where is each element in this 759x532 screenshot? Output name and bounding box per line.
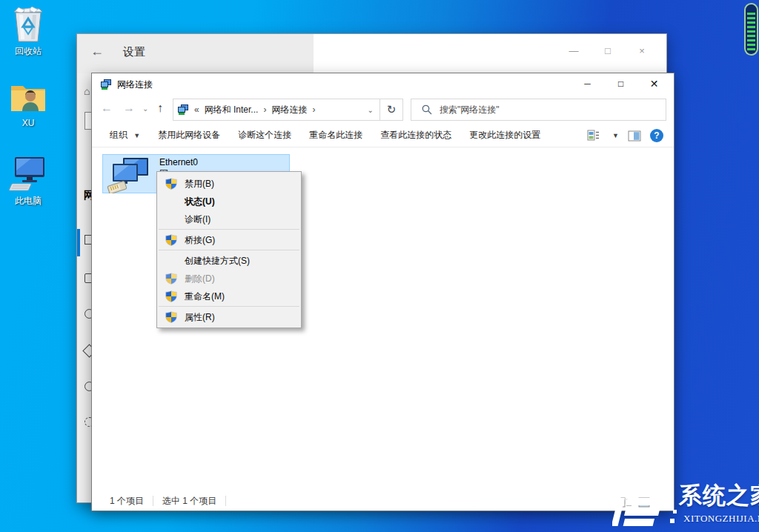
statusbar-divider [225, 496, 226, 506]
toolbar-rename-connection[interactable]: 重命名此连接 [309, 129, 362, 142]
context-menu: 禁用(B) 状态(U) 诊断(I) 桥接(G) 创建快捷方式(S) 删除(D) … [156, 171, 302, 328]
menu-item-rename[interactable]: 重命名(M) [157, 287, 301, 305]
address-location-icon [177, 104, 189, 116]
xitongzhijia-logo [612, 480, 680, 531]
view-mode-caret[interactable]: ▼ [612, 132, 619, 139]
selected-item-accent-bar [77, 229, 80, 256]
toolbar-disable-device[interactable]: 禁用此网络设备 [158, 129, 220, 142]
ethernet-adapter-icon [107, 156, 154, 193]
home-icon: ⌂ [84, 85, 90, 97]
settings-minimize-button[interactable]: — [557, 41, 591, 61]
help-icon[interactable]: ? [650, 129, 663, 142]
search-icon [422, 104, 432, 115]
desktop-icon-this-pc[interactable]: 此电脑 [0, 154, 56, 207]
menu-item-properties[interactable]: 属性(R) [157, 308, 301, 326]
breadcrumb-network-connections[interactable]: 网络连接 [271, 104, 307, 116]
this-pc-icon [9, 154, 47, 193]
breadcrumb-separator: › [312, 104, 315, 115]
desktop: 回收站 XU 此电脑 ← 设置 [0, 0, 759, 532]
desktop-icon-label: 回收站 [0, 45, 56, 58]
settings-close-button[interactable]: × [625, 41, 659, 61]
search-input[interactable] [440, 104, 666, 115]
menu-item-status[interactable]: 状态(U) [157, 193, 301, 210]
desktop-icon-recycle-bin[interactable]: 回收站 [0, 6, 56, 58]
connection-name: Ethernet0 [159, 157, 198, 168]
level-stripes [747, 13, 755, 51]
toolbar-view-status[interactable]: 查看此连接的状态 [380, 129, 451, 142]
desktop-icon-label: XU [0, 118, 56, 128]
menu-item-delete[interactable]: 删除(D) [157, 270, 301, 287]
settings-maximize-button[interactable]: □ [591, 41, 625, 61]
breadcrumb-overflow-chevrons[interactable]: « [194, 104, 199, 115]
volume-level-indicator [744, 3, 758, 56]
toolbar-change-settings[interactable]: 更改此连接的设置 [469, 129, 540, 142]
settings-title: 设置 [123, 45, 145, 59]
menu-separator [159, 250, 299, 250]
uac-shield-icon [165, 234, 177, 246]
menu-item-create-shortcut[interactable]: 创建快捷方式(S) [157, 252, 301, 270]
desktop-icon-label: 此电脑 [0, 195, 56, 207]
explorer-toolbar: 组织 ▼ 禁用此网络设备 诊断这个连接 重命名此连接 查看此连接的状态 更改此连… [92, 124, 674, 147]
uac-shield-icon [165, 311, 177, 323]
preview-pane-icon[interactable] [628, 130, 641, 142]
explorer-navigation-bar: ← → ⌄ ↑ « 网络和 Inter... › 网络连接 › ⌄ ↻ [92, 96, 674, 124]
statusbar-divider [153, 496, 153, 506]
menu-item-bridge[interactable]: 桥接(G) [157, 231, 301, 249]
menu-separator [159, 229, 299, 230]
menu-item-disable[interactable]: 禁用(B) [157, 175, 301, 193]
settings-header [77, 34, 314, 73]
watermark: 系统之家 XITONGZHIJIA.NET [611, 477, 759, 532]
search-box[interactable] [411, 99, 666, 121]
nav-history-dropdown[interactable]: ⌄ [142, 104, 148, 113]
settings-sidebar-sliver: ⌂ 网 [77, 73, 92, 502]
toolbar-diagnose-connection[interactable]: 诊断这个连接 [238, 129, 291, 142]
watermark-site: XITONGZHIJIA.NET [683, 513, 759, 525]
uac-shield-icon [165, 273, 177, 285]
watermark-brand: 系统之家 [679, 480, 759, 511]
uac-shield-icon [165, 290, 177, 302]
nav-back-button[interactable]: ← [101, 102, 113, 115]
network-connections-icon [100, 79, 112, 90]
explorer-window-title: 网络连接 [117, 79, 153, 91]
nav-up-button[interactable]: ↑ [157, 102, 163, 115]
explorer-maximize-button[interactable]: □ [604, 73, 637, 96]
menu-separator [159, 306, 299, 307]
selection-count: 选中 1 个项目 [162, 495, 216, 508]
uac-shield-icon [165, 178, 177, 190]
explorer-close-button[interactable]: ✕ [637, 73, 671, 96]
recycle-bin-icon [10, 6, 47, 43]
organize-menu[interactable]: 组织 ▼ [110, 129, 140, 142]
breadcrumb-separator: › [263, 104, 266, 115]
user-folder-icon [8, 80, 48, 116]
nav-forward-button[interactable]: → [123, 102, 135, 115]
view-mode-icon[interactable] [587, 130, 600, 142]
back-arrow-icon[interactable]: ← [90, 44, 104, 59]
chevron-down-icon: ▼ [133, 132, 140, 139]
menu-item-diagnose[interactable]: 诊断(I) [157, 210, 301, 228]
item-count: 1 个项目 [110, 495, 144, 508]
address-dropdown-caret[interactable]: ⌄ [368, 106, 374, 114]
explorer-statusbar: 1 个项目 选中 1 个项目 [92, 491, 674, 511]
address-bar[interactable]: « 网络和 Inter... › 网络连接 › ⌄ [173, 99, 380, 121]
breadcrumb-network-internet[interactable]: 网络和 Inter... [205, 104, 259, 116]
refresh-button[interactable]: ↻ [380, 99, 403, 121]
desktop-icon-user-folder[interactable]: XU [0, 80, 56, 128]
explorer-minimize-button[interactable]: ─ [571, 73, 604, 96]
